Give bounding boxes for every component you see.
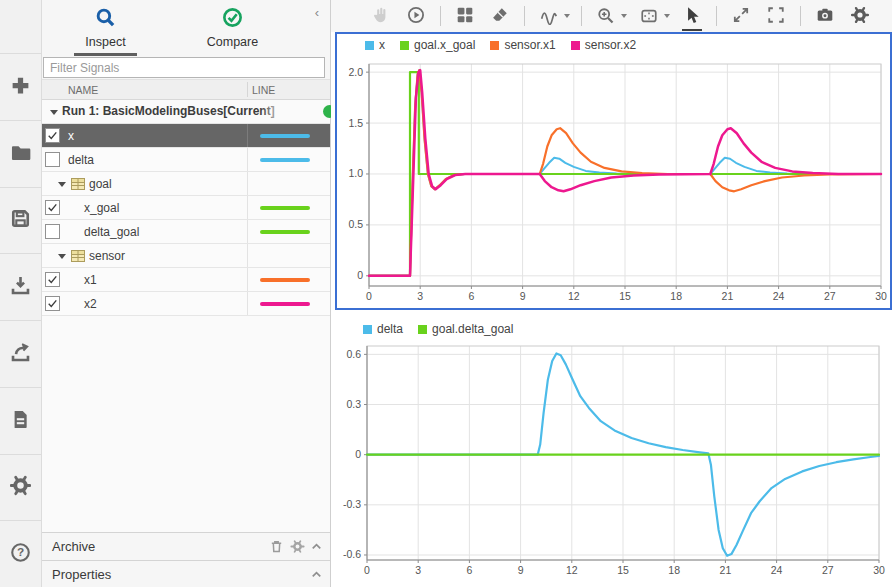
create-report-button[interactable] xyxy=(0,387,41,454)
run-label-wrap: Run 1: BasicModelingBuses[Current] xyxy=(62,104,286,118)
column-divider xyxy=(247,292,248,315)
folder-icon xyxy=(10,142,31,166)
x-tick-label: 12 xyxy=(568,290,580,302)
subplot-2-legend: deltagoal.delta_goal xyxy=(335,318,892,340)
expand-plot-button[interactable] xyxy=(728,3,754,29)
zoom-in-button[interactable] xyxy=(593,3,627,29)
bus-row[interactable]: goal xyxy=(42,172,330,196)
document-icon xyxy=(10,409,31,433)
preferences-button[interactable] xyxy=(0,454,41,521)
archive-collapse-chevron-icon[interactable] xyxy=(309,539,324,554)
column-divider xyxy=(247,196,248,219)
bus-label: goal xyxy=(89,177,112,191)
pointer-tool-button[interactable] xyxy=(679,3,705,29)
x-tick-label: 6 xyxy=(466,564,472,576)
archive-settings-gear-icon[interactable] xyxy=(290,539,305,554)
x-tick-label: 27 xyxy=(824,290,836,302)
properties-collapse-chevron-icon[interactable] xyxy=(309,567,324,582)
snapshot-button[interactable] xyxy=(812,3,838,29)
legend-item[interactable]: goal.delta_goal xyxy=(418,322,513,336)
y-tick-label: 0.3 xyxy=(346,398,361,410)
filter-signals-input[interactable] xyxy=(43,57,325,78)
x-tick-label: 0 xyxy=(366,290,372,302)
line-style-swatch[interactable] xyxy=(260,158,310,162)
signal-checkbox[interactable] xyxy=(45,200,60,215)
y-tick-label: 2.0 xyxy=(348,66,363,78)
tab-inspect[interactable]: Inspect xyxy=(42,0,169,56)
help-button[interactable]: ? xyxy=(0,520,41,587)
collapse-bus-icon[interactable] xyxy=(58,254,66,259)
tree-column-headers: NAME LINE xyxy=(42,79,330,100)
line-style-swatch[interactable] xyxy=(260,278,310,282)
signal-label: x_goal xyxy=(84,201,119,215)
floppy-save-icon xyxy=(10,208,31,232)
line-style-swatch[interactable] xyxy=(260,230,310,234)
fit-to-view-button[interactable] xyxy=(636,3,670,29)
legend-label: sensor.x1 xyxy=(504,38,555,52)
bus-icon xyxy=(71,250,85,262)
legend-item[interactable]: sensor.x2 xyxy=(571,38,636,52)
legend-item[interactable]: x xyxy=(365,38,385,52)
open-button[interactable] xyxy=(0,120,41,187)
subplot-1-chart[interactable]: 03691215182124273000.51.01.52.0 xyxy=(337,56,890,308)
signal-row[interactable]: x2 xyxy=(42,292,330,316)
collapse-bus-icon[interactable] xyxy=(58,182,66,187)
bus-row[interactable]: sensor xyxy=(42,244,330,268)
fullscreen-brackets-icon xyxy=(767,6,785,27)
camera-icon xyxy=(816,6,834,27)
run-header-row[interactable]: Run 1: BasicModelingBuses[Current] xyxy=(42,100,330,124)
signal-checkbox[interactable] xyxy=(45,152,60,167)
save-button[interactable] xyxy=(0,187,41,254)
subplot-1-legend: xgoal.x_goalsensor.x1sensor.x2 xyxy=(337,34,890,56)
legend-item[interactable]: goal.x_goal xyxy=(400,38,475,52)
signal-row[interactable]: delta xyxy=(42,148,330,172)
signal-checkbox[interactable] xyxy=(45,296,60,311)
signal-row[interactable]: x_goal xyxy=(42,196,330,220)
legend-swatch xyxy=(363,325,372,334)
legend-label: x xyxy=(379,38,385,52)
add-button[interactable] xyxy=(0,53,41,120)
tab-compare[interactable]: Compare xyxy=(169,0,296,56)
collapse-panel-button[interactable]: ‹ xyxy=(310,6,324,20)
tree-rows: xdeltagoalx_goaldelta_goalsensorx1x2 xyxy=(42,124,330,316)
export-button[interactable] xyxy=(0,320,41,387)
subplot-1-selected[interactable]: xgoal.x_goalsensor.x1sensor.x2 036912151… xyxy=(335,32,892,310)
question-icon: ? xyxy=(10,542,31,566)
compare-check-icon xyxy=(222,7,243,31)
signal-tree: Run 1: BasicModelingBuses[Current] xdelt… xyxy=(42,100,330,532)
fit-to-view-icon xyxy=(636,3,662,29)
fullscreen-button[interactable] xyxy=(763,3,789,29)
collapse-run-icon[interactable] xyxy=(50,110,58,115)
signal-row[interactable]: x1 xyxy=(42,268,330,292)
clear-plotted-signals-button[interactable] xyxy=(487,3,513,29)
legend-item[interactable]: delta xyxy=(363,322,403,336)
replay-button[interactable] xyxy=(403,3,429,29)
pan-button[interactable] xyxy=(368,3,394,29)
signal-checkbox[interactable] xyxy=(45,128,60,143)
line-style-swatch[interactable] xyxy=(260,206,310,210)
gear-icon xyxy=(851,6,869,27)
archive-section-header[interactable]: Archive xyxy=(42,532,330,560)
signal-row[interactable]: delta_goal xyxy=(42,220,330,244)
trash-icon[interactable] xyxy=(269,539,284,554)
signal-row[interactable]: x xyxy=(42,124,330,148)
legend-item[interactable]: sensor.x1 xyxy=(490,38,555,52)
y-tick-label: 0.5 xyxy=(348,218,363,230)
properties-section-header[interactable]: Properties xyxy=(42,560,330,587)
column-divider xyxy=(247,220,248,243)
signal-checkbox[interactable] xyxy=(45,224,60,239)
name-column-header: NAME xyxy=(68,84,98,96)
x-tick-label: 30 xyxy=(873,564,885,576)
line-style-swatch[interactable] xyxy=(260,134,310,138)
import-button[interactable] xyxy=(0,253,41,320)
x-tick-label: 15 xyxy=(619,290,631,302)
x-tick-label: 15 xyxy=(617,564,629,576)
settings-button[interactable] xyxy=(847,3,873,29)
subplot-2[interactable]: deltagoal.delta_goal 036912151821242730-… xyxy=(335,318,892,587)
signal-options-button[interactable] xyxy=(536,3,570,29)
line-style-swatch[interactable] xyxy=(260,302,310,306)
subplot-2-chart[interactable]: 036912151821242730-0.6-0.300.30.6 xyxy=(335,340,892,587)
signal-checkbox[interactable] xyxy=(45,272,60,287)
subplots-layout-button[interactable] xyxy=(452,3,478,29)
y-tick-label: -0.3 xyxy=(343,498,361,510)
